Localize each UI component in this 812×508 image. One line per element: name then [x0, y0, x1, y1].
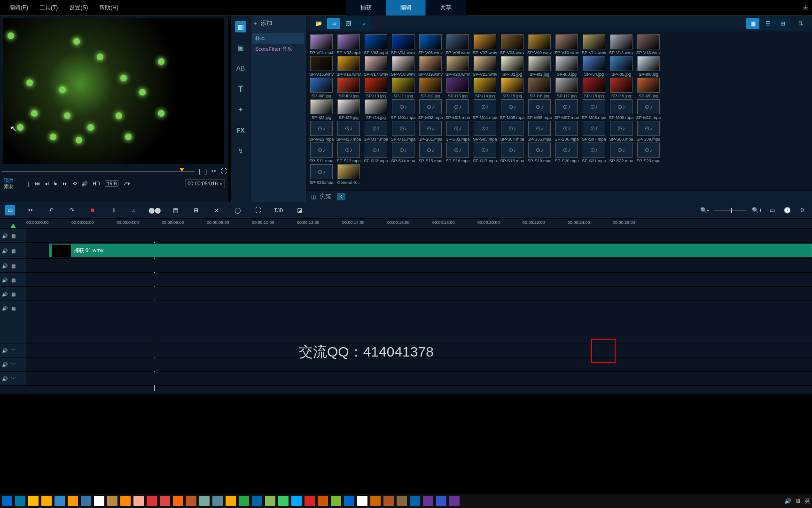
view-list-icon[interactable]: ☰	[761, 18, 774, 29]
library-item[interactable]: General 0…	[336, 164, 362, 185]
taskbar-app-icon[interactable]	[133, 496, 144, 506]
library-item[interactable]: ⊙♪SP-S04.mpa	[499, 121, 525, 142]
taskbar-app-icon[interactable]	[449, 496, 460, 506]
library-item[interactable]: SP-I06.jpg	[635, 56, 662, 77]
pan-zoom-icon[interactable]: ⤨	[211, 205, 222, 215]
library-item[interactable]: SP-I18.jpg	[581, 78, 607, 98]
subtitle-icon[interactable]: ▤	[170, 205, 180, 215]
browse-label[interactable]: 浏览	[320, 192, 331, 200]
tray-ime-lang[interactable]: 英	[804, 497, 810, 505]
track-header[interactable]	[0, 372, 26, 385]
mark-out-icon[interactable]: ]	[205, 168, 207, 175]
filter-video-icon[interactable]: ▭	[327, 18, 340, 29]
track-header[interactable]	[0, 273, 26, 286]
tree-item-scorefitter[interactable]: ScoreFitter 音乐	[252, 44, 304, 55]
tray-display-icon[interactable]: 🖥	[795, 498, 801, 504]
track-header[interactable]	[0, 259, 26, 272]
pause-icon[interactable]: ‖	[27, 181, 30, 187]
track-header[interactable]	[0, 315, 26, 329]
library-item[interactable]: SP-V13.wmv	[635, 34, 662, 55]
step-fwd-icon[interactable]: Ⅰ▸	[54, 181, 58, 187]
library-item[interactable]: SP-I13.jpg	[445, 78, 471, 98]
taskbar-app-icon[interactable]	[370, 496, 381, 506]
library-item[interactable]: SP-I23.jpg	[336, 99, 362, 120]
storyboard-view-icon[interactable]: ▭	[5, 205, 15, 215]
view-thumb-icon[interactable]: ▦	[746, 18, 759, 29]
library-item[interactable]: SP-I05.jpg	[608, 56, 634, 77]
taskbar-app-icon[interactable]	[383, 496, 394, 506]
taskbar-app-icon[interactable]	[397, 496, 407, 506]
taskbar-app-icon[interactable]	[107, 496, 117, 506]
chev-icon[interactable]	[11, 375, 16, 382]
library-item[interactable]: SP-I09.jpg	[336, 78, 362, 98]
taskbar-app-icon[interactable]	[331, 496, 341, 506]
path-category-icon[interactable]: ↯	[235, 145, 246, 157]
library-item[interactable]: ⊙♪SP-M08.mpa	[581, 99, 607, 120]
preview-viewport[interactable]: ↖	[3, 18, 224, 164]
taskbar-app-icon[interactable]	[28, 496, 39, 506]
taskbar-app-icon[interactable]	[304, 496, 315, 506]
library-item[interactable]: SP-V04.wmv	[390, 34, 416, 55]
library-item[interactable]: ⊙♪SP-M09.mpa	[608, 99, 634, 120]
library-item[interactable]: SP-I02.jpg	[526, 56, 553, 77]
taskbar-app-icon[interactable]	[68, 496, 78, 506]
library-item[interactable]: ⊙♪SP-S03.mpa	[472, 121, 498, 142]
fit-project-icon[interactable]: ▭	[767, 205, 777, 215]
library-item[interactable]: ⊙♪SP-M01.mpa	[390, 99, 416, 120]
library-item[interactable]: SP-V21.wmv	[472, 56, 498, 77]
go-end-icon[interactable]: ⏭	[62, 181, 68, 186]
split-icon[interactable]: ✂	[211, 168, 216, 175]
filter-photo-icon[interactable]: 🖼	[342, 18, 355, 29]
taskbar-app-icon[interactable]	[120, 496, 131, 506]
sound-icon[interactable]	[2, 277, 8, 283]
taskbar-app-icon[interactable]	[212, 496, 223, 506]
library-item[interactable]: ⊙♪SP-S06.mpa	[554, 121, 580, 142]
track-body[interactable]	[26, 329, 812, 343]
library-item[interactable]: ⊙♪SP-S02.mpa	[445, 121, 471, 142]
library-item[interactable]: SP-I16.jpg	[526, 78, 553, 98]
add-folder-label[interactable]: 添加	[261, 19, 272, 27]
sound-icon[interactable]	[2, 247, 8, 254]
step-back-icon[interactable]: ◂Ⅰ	[45, 181, 49, 187]
timecode-display[interactable]: 00:00:05:016♦	[185, 179, 225, 188]
sound-icon[interactable]	[2, 347, 8, 354]
filter-category-icon[interactable]: FX	[235, 125, 246, 136]
taskbar-app-icon[interactable]	[278, 496, 289, 506]
motion-track-icon[interactable]: ⬤⬤	[149, 205, 160, 215]
menu-help[interactable]: 帮助(H)	[94, 2, 124, 14]
clock-icon[interactable]: 🕓	[782, 205, 792, 215]
taskbar-app-icon[interactable]	[423, 496, 433, 506]
track-header[interactable]	[0, 329, 26, 343]
resize-icon[interactable]: ⛶	[253, 205, 263, 215]
grain-icon[interactable]	[11, 305, 16, 311]
expand-icon[interactable]: ⛶	[221, 168, 226, 175]
track-header[interactable]	[0, 301, 26, 315]
grain-icon[interactable]	[11, 277, 16, 283]
track-body[interactable]	[26, 301, 812, 315]
grain-icon[interactable]	[11, 247, 16, 254]
library-item[interactable]: SP-V09.wmv	[526, 34, 553, 55]
edge-icon[interactable]	[15, 496, 25, 506]
view-grid-icon[interactable]: ⊞	[776, 18, 789, 29]
mode-tab-编辑[interactable]: 编辑	[386, 0, 426, 16]
media-category-icon[interactable]: ▥	[235, 21, 246, 32]
grain-icon[interactable]	[11, 291, 16, 297]
track-header[interactable]	[0, 287, 26, 301]
taskbar-app-icon[interactable]	[357, 496, 367, 506]
library-item[interactable]: SP-I22.jpg	[308, 99, 335, 120]
library-item[interactable]: SP-I19.jpg	[608, 78, 634, 98]
library-item[interactable]: SP-V20.wmv	[445, 56, 471, 77]
library-item[interactable]: SP-I11.jpg	[390, 78, 416, 98]
taskbar-app-icon[interactable]	[186, 496, 196, 506]
library-item[interactable]: SP-V05.wmv	[417, 34, 444, 55]
library-item[interactable]: SP-V18.wmv	[390, 56, 416, 77]
import-icon[interactable]: 📂	[312, 18, 325, 29]
taskbar-app-icon[interactable]	[226, 496, 236, 506]
chev-icon[interactable]	[11, 347, 16, 354]
taskbar-app-icon[interactable]	[252, 496, 262, 506]
grain-icon[interactable]	[11, 232, 16, 239]
library-item[interactable]: ⊙♪SP-M03.mpa	[445, 99, 471, 120]
library-item[interactable]: ⊙♪SP-S22.mpa	[608, 143, 634, 163]
chev-icon[interactable]	[11, 361, 16, 368]
taskbar-app-icon[interactable]	[199, 496, 210, 506]
